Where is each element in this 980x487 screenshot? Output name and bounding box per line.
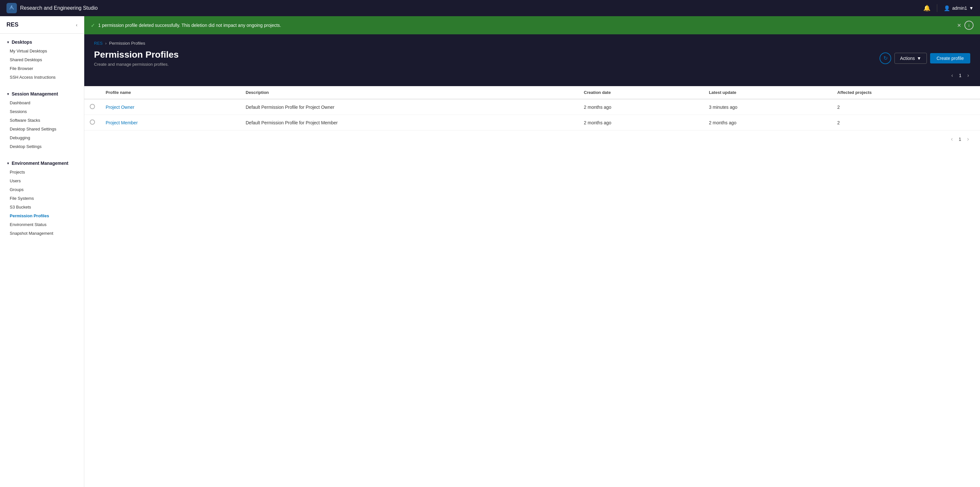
pagination-top-next-button[interactable]: ›	[966, 71, 970, 80]
actions-button[interactable]: Actions ▼	[894, 53, 927, 64]
next-icon: ›	[967, 73, 969, 78]
sidebar-section-header-session[interactable]: ▼ Session Management	[0, 89, 84, 98]
user-icon: 👤	[944, 5, 950, 11]
next-bottom-icon: ›	[967, 136, 969, 142]
page-title-row: Permission Profiles Create and manage pe…	[94, 49, 970, 67]
page-header-area: RES › Permission Profiles Permission Pro…	[84, 34, 980, 86]
table-header-description: Description	[240, 86, 579, 99]
row-affected-projects-1: 2	[832, 115, 980, 130]
breadcrumb-res-link[interactable]: RES	[94, 41, 103, 46]
profile-link-1[interactable]: Project Member	[106, 120, 138, 125]
page-actions: ↻ Actions ▼ Create profile	[880, 52, 970, 64]
sidebar-section-header-desktops[interactable]: ▼ Desktops	[0, 38, 84, 47]
prev-bottom-icon: ‹	[951, 136, 953, 142]
refresh-button[interactable]: ↻	[880, 52, 891, 64]
pagination-bottom: ‹ 1 ›	[84, 130, 980, 148]
app-logo	[6, 3, 17, 13]
sidebar-item-s3-buckets[interactable]: S3 Buckets	[0, 203, 84, 211]
sidebar-item-environment-status[interactable]: Environment Status	[0, 220, 84, 229]
app-title: Research and Engineering Studio	[20, 5, 97, 11]
breadcrumb: RES › Permission Profiles	[94, 41, 970, 46]
info-icon[interactable]: i	[964, 21, 974, 30]
sidebar-item-permission-profiles[interactable]: Permission Profiles	[0, 211, 84, 220]
refresh-icon: ↻	[883, 55, 888, 61]
create-profile-button[interactable]: Create profile	[930, 53, 970, 63]
top-header: Research and Engineering Studio 🔔 👤 admi…	[0, 0, 980, 16]
success-banner-text: 1 permission profile deleted successfull…	[98, 23, 954, 28]
header-divider	[937, 4, 937, 12]
page-subtitle: Create and manage permission profiles.	[94, 62, 178, 67]
user-menu[interactable]: 👤 admin1 ▼	[944, 5, 974, 11]
desktops-chevron-icon: ▼	[6, 40, 10, 44]
sidebar-section-session-management: ▼ Session Management Dashboard Sessions …	[0, 86, 84, 155]
row-latest-update-0: 3 minutes ago	[703, 99, 832, 115]
logo-area: Research and Engineering Studio	[6, 3, 97, 13]
user-chevron-icon: ▼	[969, 5, 974, 11]
table-row: Project Owner Default Permission Profile…	[84, 99, 980, 115]
desktops-section-label: Desktops	[12, 40, 32, 45]
pagination-top-prev-button[interactable]: ‹	[950, 71, 955, 80]
sidebar-title: RES	[6, 21, 19, 28]
row-radio-0[interactable]	[84, 99, 100, 115]
environment-chevron-icon: ▼	[6, 162, 10, 165]
sidebar-section-environment-management: ▼ Environment Management Projects Users …	[0, 155, 84, 241]
sidebar-item-my-virtual-desktops[interactable]: My Virtual Desktops	[0, 47, 84, 56]
sidebar-item-desktop-settings[interactable]: Desktop Settings	[0, 142, 84, 151]
sidebar-item-projects[interactable]: Projects	[0, 168, 84, 176]
breadcrumb-separator: ›	[105, 41, 107, 46]
sidebar-item-users[interactable]: Users	[0, 176, 84, 185]
pagination-bottom-next-button[interactable]: ›	[966, 134, 970, 144]
row-radio-1[interactable]	[84, 115, 100, 130]
row-description-1: Default Permission Profile for Project M…	[240, 115, 579, 130]
sidebar-item-shared-desktops[interactable]: Shared Desktops	[0, 56, 84, 64]
breadcrumb-current: Permission Profiles	[109, 41, 145, 46]
pagination-bottom-prev-button[interactable]: ‹	[950, 134, 954, 144]
pagination-top-page-number: 1	[957, 72, 964, 79]
table-header-latest-update: Latest update	[703, 86, 832, 99]
sidebar-item-groups[interactable]: Groups	[0, 185, 84, 194]
row-profile-name-1: Project Member	[100, 115, 240, 130]
sidebar-item-sessions[interactable]: Sessions	[0, 107, 84, 116]
notification-bell-icon[interactable]: 🔔	[923, 5, 931, 12]
row-description-0: Default Permission Profile for Project O…	[240, 99, 579, 115]
page-title-group: Permission Profiles Create and manage pe…	[94, 49, 178, 67]
sidebar-header: RES ‹	[0, 16, 84, 34]
table-header-select	[84, 86, 100, 99]
table-header: Profile name Description Creation date L…	[84, 86, 980, 99]
success-banner: ✓ 1 permission profile deleted successfu…	[84, 16, 980, 34]
user-name: admin1	[952, 5, 967, 11]
svg-point-1	[11, 5, 12, 7]
radio-button-0[interactable]	[90, 104, 95, 109]
permission-profiles-table: Profile name Description Creation date L…	[84, 86, 980, 130]
environment-section-label: Environment Management	[12, 160, 68, 166]
sidebar-item-file-browser[interactable]: File Browser	[0, 64, 84, 73]
sidebar-item-snapshot-management[interactable]: Snapshot Management	[0, 229, 84, 238]
banner-close-icon[interactable]: ✕	[957, 22, 961, 29]
sidebar-collapse-icon[interactable]: ‹	[76, 22, 78, 27]
row-profile-name-0: Project Owner	[100, 99, 240, 115]
sidebar-item-software-stacks[interactable]: Software Stacks	[0, 116, 84, 125]
radio-button-1[interactable]	[90, 119, 95, 125]
session-chevron-icon: ▼	[6, 92, 10, 96]
sidebar: RES ‹ ▼ Desktops My Virtual Desktops Sha…	[0, 16, 84, 487]
sidebar-section-header-environment[interactable]: ▼ Environment Management	[0, 159, 84, 168]
row-creation-date-1: 2 months ago	[579, 115, 704, 130]
row-creation-date-0: 2 months ago	[579, 99, 704, 115]
sidebar-item-file-systems[interactable]: File Systems	[0, 194, 84, 203]
sidebar-item-ssh-access[interactable]: SSH Access Instructions	[0, 73, 84, 82]
actions-label: Actions	[900, 56, 915, 61]
row-latest-update-1: 2 months ago	[703, 115, 832, 130]
table-area: Profile name Description Creation date L…	[84, 86, 980, 487]
sidebar-section-desktops: ▼ Desktops My Virtual Desktops Shared De…	[0, 34, 84, 86]
table-header-affected-projects: Affected projects	[832, 86, 980, 99]
sidebar-item-dashboard[interactable]: Dashboard	[0, 98, 84, 107]
profile-link-0[interactable]: Project Owner	[106, 105, 135, 110]
success-check-icon: ✓	[91, 22, 95, 29]
page-title: Permission Profiles	[94, 49, 178, 60]
sidebar-item-desktop-shared-settings[interactable]: Desktop Shared Settings	[0, 125, 84, 133]
actions-chevron-icon: ▼	[917, 56, 921, 61]
pagination-bottom-page-number: 1	[957, 136, 963, 143]
content-area: ✓ 1 permission profile deleted successfu…	[84, 16, 980, 487]
sidebar-item-debugging[interactable]: Debugging	[0, 133, 84, 142]
table-header-creation-date: Creation date	[579, 86, 704, 99]
